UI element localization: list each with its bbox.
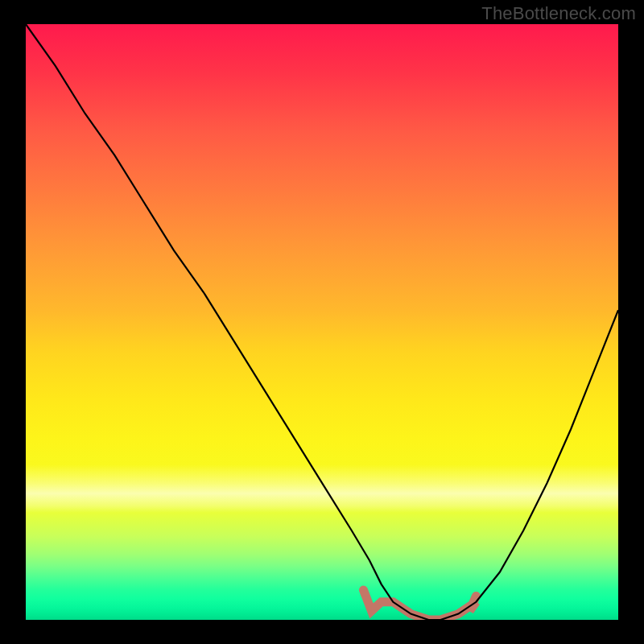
chart-frame: TheBottleneck.com [0,0,644,644]
bottleneck-curve-line [26,24,618,620]
watermark-text: TheBottleneck.com [481,3,636,24]
plot-area [26,24,618,620]
optimal-range-marker [364,590,477,620]
curve-svg [26,24,618,620]
